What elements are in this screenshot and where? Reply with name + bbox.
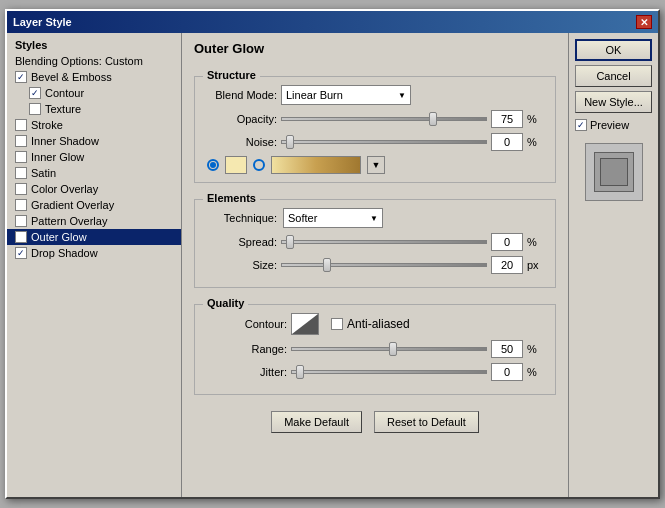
contour-shape-svg xyxy=(292,314,318,334)
satin-checkbox[interactable] xyxy=(15,167,27,179)
sidebar-item-inner-glow[interactable]: Inner Glow xyxy=(7,149,181,165)
size-row: Size: px xyxy=(207,256,543,274)
contour-preview[interactable] xyxy=(291,313,319,335)
outer-glow-checkbox[interactable] xyxy=(15,231,27,243)
dialog-body: Styles Blending Options: Custom Bevel & … xyxy=(7,33,658,497)
jitter-thumb[interactable] xyxy=(296,365,304,379)
blend-mode-value: Linear Burn xyxy=(286,89,343,101)
bevel-emboss-label: Bevel & Emboss xyxy=(31,71,112,83)
sidebar-item-satin[interactable]: Satin xyxy=(7,165,181,181)
pattern-overlay-checkbox[interactable] xyxy=(15,215,27,227)
drop-shadow-checkbox[interactable] xyxy=(15,247,27,259)
inner-shadow-label: Inner Shadow xyxy=(31,135,99,147)
jitter-label: Jitter: xyxy=(207,366,287,378)
opacity-unit: % xyxy=(527,113,543,125)
sidebar-item-bevel-emboss[interactable]: Bevel & Emboss xyxy=(7,69,181,85)
elements-section: Elements Technique: Softer ▼ Spread: xyxy=(194,199,556,288)
blend-mode-arrow: ▼ xyxy=(398,91,406,100)
gradient-dropdown-btn[interactable]: ▼ xyxy=(367,156,385,174)
spread-slider[interactable] xyxy=(281,240,487,244)
sidebar-item-inner-shadow[interactable]: Inner Shadow xyxy=(7,133,181,149)
preview-layer xyxy=(600,158,628,186)
svg-marker-0 xyxy=(292,314,318,334)
drop-shadow-label: Drop Shadow xyxy=(31,247,98,259)
spread-thumb[interactable] xyxy=(286,235,294,249)
jitter-input[interactable] xyxy=(491,363,523,381)
blend-mode-dropdown[interactable]: Linear Burn ▼ xyxy=(281,85,411,105)
reset-default-button[interactable]: Reset to Default xyxy=(374,411,479,433)
new-style-button[interactable]: New Style... xyxy=(575,91,652,113)
jitter-unit: % xyxy=(527,366,543,378)
cancel-button[interactable]: Cancel xyxy=(575,65,652,87)
blend-mode-row: Blend Mode: Linear Burn ▼ xyxy=(207,85,543,105)
gradient-radio[interactable] xyxy=(253,159,265,171)
sidebar-item-gradient-overlay[interactable]: Gradient Overlay xyxy=(7,197,181,213)
spread-input[interactable] xyxy=(491,233,523,251)
outer-glow-label: Outer Glow xyxy=(31,231,87,243)
opacity-thumb[interactable] xyxy=(429,112,437,126)
blend-options-label[interactable]: Blending Options: Custom xyxy=(7,53,181,69)
size-slider[interactable] xyxy=(281,263,487,267)
jitter-slider[interactable] xyxy=(291,370,487,374)
contour-label: Contour xyxy=(45,87,84,99)
anti-alias-checkbox[interactable] xyxy=(331,318,343,330)
styles-header: Styles xyxy=(7,37,181,53)
sidebar-item-pattern-overlay[interactable]: Pattern Overlay xyxy=(7,213,181,229)
inner-glow-checkbox[interactable] xyxy=(15,151,27,163)
ok-button[interactable]: OK xyxy=(575,39,652,61)
size-unit: px xyxy=(527,259,543,271)
technique-value: Softer xyxy=(288,212,317,224)
contour-checkbox[interactable] xyxy=(29,87,41,99)
opacity-label: Opacity: xyxy=(207,113,277,125)
noise-row: Noise: % xyxy=(207,133,543,151)
inner-shadow-checkbox[interactable] xyxy=(15,135,27,147)
sidebar-item-contour[interactable]: Contour xyxy=(7,85,181,101)
pattern-overlay-label: Pattern Overlay xyxy=(31,215,107,227)
preview-inner xyxy=(594,152,634,192)
inner-glow-label: Inner Glow xyxy=(31,151,84,163)
sidebar-item-texture[interactable]: Texture xyxy=(7,101,181,117)
spread-unit: % xyxy=(527,236,543,248)
range-slider[interactable] xyxy=(291,347,487,351)
make-default-button[interactable]: Make Default xyxy=(271,411,362,433)
sidebar-item-stroke[interactable]: Stroke xyxy=(7,117,181,133)
opacity-row: Opacity: % xyxy=(207,110,543,128)
bevel-emboss-checkbox[interactable] xyxy=(15,71,27,83)
size-slider-container xyxy=(281,263,487,267)
right-panel: OK Cancel New Style... Preview xyxy=(568,33,658,497)
layer-style-dialog: Layer Style ✕ Styles Blending Options: C… xyxy=(5,9,660,499)
opacity-input[interactable] xyxy=(491,110,523,128)
solid-color-radio[interactable] xyxy=(207,159,219,171)
range-input[interactable] xyxy=(491,340,523,358)
preview-box xyxy=(585,143,643,201)
title-bar: Layer Style ✕ xyxy=(7,11,658,33)
noise-input[interactable] xyxy=(491,133,523,151)
range-thumb[interactable] xyxy=(389,342,397,356)
opacity-slider[interactable] xyxy=(281,117,487,121)
texture-checkbox[interactable] xyxy=(29,103,41,115)
stroke-checkbox[interactable] xyxy=(15,119,27,131)
gradient-overlay-checkbox[interactable] xyxy=(15,199,27,211)
technique-arrow: ▼ xyxy=(370,214,378,223)
blend-mode-label: Blend Mode: xyxy=(207,89,277,101)
sidebar-item-drop-shadow[interactable]: Drop Shadow xyxy=(7,245,181,261)
spread-row: Spread: % xyxy=(207,233,543,251)
gradient-overlay-label: Gradient Overlay xyxy=(31,199,114,211)
color-overlay-checkbox[interactable] xyxy=(15,183,27,195)
section-title: Outer Glow xyxy=(194,41,556,56)
size-thumb[interactable] xyxy=(323,258,331,272)
close-button[interactable]: ✕ xyxy=(636,15,652,29)
size-input[interactable] xyxy=(491,256,523,274)
sidebar-item-outer-glow[interactable]: Outer Glow xyxy=(7,229,181,245)
noise-thumb[interactable] xyxy=(286,135,294,149)
noise-slider[interactable] xyxy=(281,140,487,144)
preview-label: Preview xyxy=(590,119,629,131)
sidebar-item-color-overlay[interactable]: Color Overlay xyxy=(7,181,181,197)
noise-slider-container xyxy=(281,140,487,144)
color-swatch[interactable] xyxy=(225,156,247,174)
contour-label: Contour: xyxy=(207,318,287,330)
technique-dropdown[interactable]: Softer ▼ xyxy=(283,208,383,228)
gradient-preview[interactable] xyxy=(271,156,361,174)
preview-checkbox[interactable] xyxy=(575,119,587,131)
anti-alias-label: Anti-aliased xyxy=(347,317,410,331)
